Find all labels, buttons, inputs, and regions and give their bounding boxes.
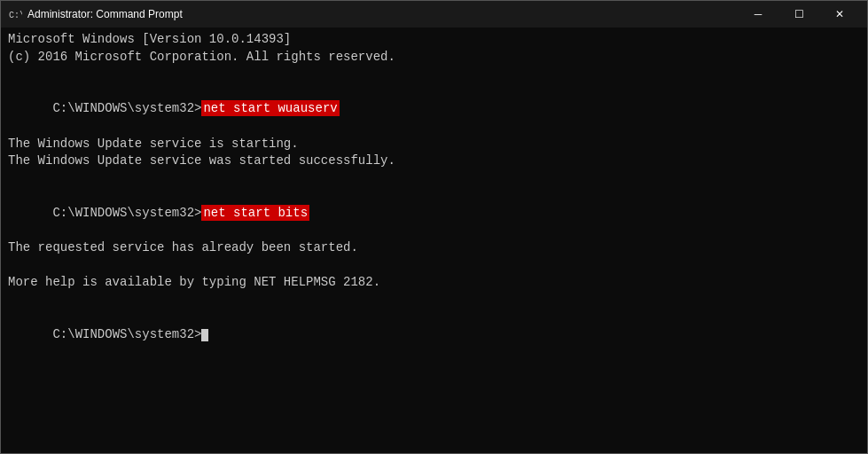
close-button[interactable]: ✕: [819, 1, 860, 27]
console-line-12: [8, 292, 860, 309]
console-line-11: More help is available by typing NET HEL…: [8, 274, 860, 292]
command-2: net start bits: [201, 205, 309, 221]
window: C:\ Administrator: Command Prompt ─ ☐ ✕ …: [0, 0, 868, 454]
prompt-1: C:\WINDOWS\system32>: [52, 101, 201, 115]
command-1: net start wuauserv: [201, 100, 339, 116]
console-line-9: The requested service has already been s…: [8, 239, 860, 257]
titlebar: C:\ Administrator: Command Prompt ─ ☐ ✕: [1, 1, 867, 27]
window-controls: ─ ☐ ✕: [738, 1, 860, 27]
console-line-8: C:\WINDOWS\system32>net start bits: [8, 187, 860, 239]
console-line-5: The Windows Update service is starting.: [8, 136, 860, 153]
console-line-1: Microsoft Windows [Version 10.0.14393]: [8, 31, 860, 49]
maximize-button[interactable]: ☐: [778, 1, 819, 27]
console-line-13: C:\WINDOWS\system32>: [8, 309, 860, 362]
cmd-icon: C:\: [8, 7, 22, 21]
console-line-4: C:\WINDOWS\system32>net start wuauserv: [8, 83, 860, 136]
prompt-2: C:\WINDOWS\system32>: [52, 206, 201, 220]
console-line-7: [8, 170, 860, 188]
console-area[interactable]: Microsoft Windows [Version 10.0.14393] (…: [1, 27, 867, 453]
svg-text:C:\: C:\: [9, 11, 22, 20]
cursor: [201, 329, 208, 341]
console-line-10: [8, 257, 860, 275]
prompt-3: C:\WINDOWS\system32>: [52, 327, 201, 341]
minimize-button[interactable]: ─: [738, 1, 778, 27]
console-line-3: [8, 66, 860, 83]
window-title: Administrator: Command Prompt: [27, 8, 738, 20]
console-line-2: (c) 2016 Microsoft Corporation. All righ…: [8, 49, 860, 67]
console-line-6: The Windows Update service was started s…: [8, 153, 860, 170]
